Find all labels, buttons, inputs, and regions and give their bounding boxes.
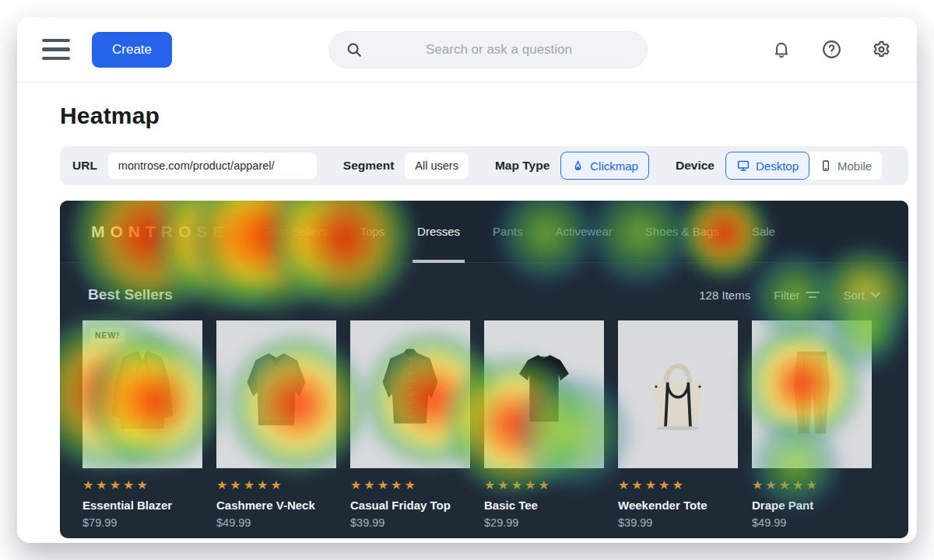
device-mobile-toggle[interactable]: Mobile [809, 152, 882, 180]
blazer-image [100, 336, 185, 453]
product-price: $79.99 [83, 516, 202, 529]
segment-select[interactable]: All users [405, 152, 469, 179]
site-nav-pants[interactable]: Pants [493, 201, 522, 263]
flame-icon [571, 159, 585, 173]
section-title: Best Sellers [88, 286, 173, 303]
create-button[interactable]: Create [92, 32, 172, 68]
product-name[interactable]: Weekender Tote [618, 499, 738, 512]
product-name[interactable]: Casual Friday Top [350, 499, 470, 512]
url-input[interactable] [118, 159, 307, 172]
search-input[interactable] [365, 42, 633, 58]
segment-label: Segment [343, 159, 394, 173]
product-card[interactable]: ★★★★★ Casual Friday Top $39.99 [350, 320, 470, 529]
pants-image [769, 336, 855, 453]
desktop-icon [736, 159, 750, 173]
product-image-shirt[interactable] [350, 320, 470, 468]
product-price: $39.99 [618, 516, 738, 529]
device-desktop-label: Desktop [756, 159, 799, 173]
top-bar: Create [17, 17, 917, 82]
product-price: $39.99 [350, 516, 470, 529]
site-nav-tops[interactable]: Tops [360, 201, 384, 263]
product-card[interactable]: ★★★★★ Weekender Tote $39.99 [618, 320, 738, 529]
product-image-vneck[interactable] [216, 320, 336, 468]
search-icon [343, 39, 365, 61]
product-image-blazer[interactable]: NEW! [83, 320, 202, 468]
site-nav-activewear[interactable]: Activewear [555, 201, 612, 263]
product-image-tote[interactable] [618, 320, 738, 468]
product-card[interactable]: ★★★★★ Basic Tee $29.99 [484, 320, 604, 529]
section-header-row: Best Sellers 128 Items Filter Sort [60, 263, 908, 303]
shirt-image [367, 336, 453, 453]
tshirt-image [501, 336, 587, 453]
page-title: Heatmap [60, 103, 917, 129]
product-name[interactable]: Drape Pant [752, 499, 872, 512]
product-card[interactable]: ★★★★★ Drape Pant $49.99 [752, 320, 872, 529]
notifications-bell-icon[interactable] [771, 39, 792, 61]
star-rating: ★★★★★ [350, 478, 470, 492]
site-logo[interactable]: MONTROSE [91, 222, 229, 241]
heatmap-preview-panel: MONTROSE Best Sellers Tops Dresses Pants… [60, 201, 908, 538]
product-name[interactable]: Essential Blazer [83, 499, 202, 512]
device-mobile-label: Mobile [837, 159, 872, 173]
star-rating: ★★★★★ [83, 478, 202, 492]
app-window: Create [17, 17, 917, 543]
star-rating: ★★★★★ [752, 478, 872, 492]
heatmap-filter-bar: URL Segment All users Map Type Clickmap … [60, 146, 908, 185]
clickmap-toggle[interactable]: Clickmap [560, 152, 649, 180]
items-count: 128 Items [699, 289, 750, 302]
product-name[interactable]: Cashmere V-Neck [216, 499, 336, 512]
sort-control[interactable]: Sort [843, 289, 880, 302]
product-grid: NEW! ★★★★★ Essential Blazer $79.99 [60, 303, 908, 529]
active-nav-underline [413, 260, 465, 263]
new-badge: NEW! [90, 327, 125, 343]
sort-label: Sort [843, 289, 865, 302]
chevron-down-icon [871, 292, 880, 298]
device-label: Device [676, 159, 715, 173]
filter-lines-icon [806, 292, 820, 298]
search-bar[interactable] [328, 31, 648, 68]
site-nav-shoes-bags[interactable]: Shoes & Bags [645, 201, 719, 263]
star-rating: ★★★★★ [484, 478, 604, 492]
site-nav-dresses[interactable]: Dresses [417, 201, 460, 263]
site-nav-bar: MONTROSE Best Sellers Tops Dresses Pants… [60, 201, 908, 263]
star-rating: ★★★★★ [618, 478, 738, 492]
filter-label: Filter [774, 289, 799, 302]
product-image-tee[interactable] [484, 320, 604, 468]
product-name[interactable]: Basic Tee [484, 499, 604, 512]
product-image-pant[interactable] [752, 320, 872, 468]
site-nav-sale[interactable]: Sale [752, 201, 775, 263]
device-desktop-toggle[interactable]: Desktop [725, 152, 809, 180]
tote-image [635, 336, 721, 453]
map-type-label: Map Type [495, 159, 550, 173]
site-nav-dresses-label: Dresses [417, 225, 460, 238]
product-card[interactable]: NEW! ★★★★★ Essential Blazer $79.99 [83, 320, 202, 529]
settings-gear-icon[interactable] [870, 39, 892, 61]
url-label: URL [72, 159, 97, 173]
product-card[interactable]: ★★★★★ Cashmere V-Neck $49.99 [216, 320, 336, 529]
help-icon[interactable] [820, 39, 842, 61]
hamburger-menu-icon[interactable] [42, 39, 70, 61]
clickmap-label: Clickmap [590, 159, 638, 173]
product-price: $29.99 [484, 516, 604, 529]
filter-control[interactable]: Filter [774, 289, 820, 302]
site-nav-best-sellers[interactable]: Best Sellers [265, 201, 327, 263]
product-price: $49.99 [216, 516, 336, 529]
product-price: $49.99 [752, 516, 872, 529]
mobile-icon [820, 159, 832, 172]
star-rating: ★★★★★ [216, 478, 336, 492]
url-field[interactable] [108, 152, 317, 179]
device-toggle-group: Desktop Mobile [725, 152, 882, 180]
sweater-image [234, 336, 319, 453]
